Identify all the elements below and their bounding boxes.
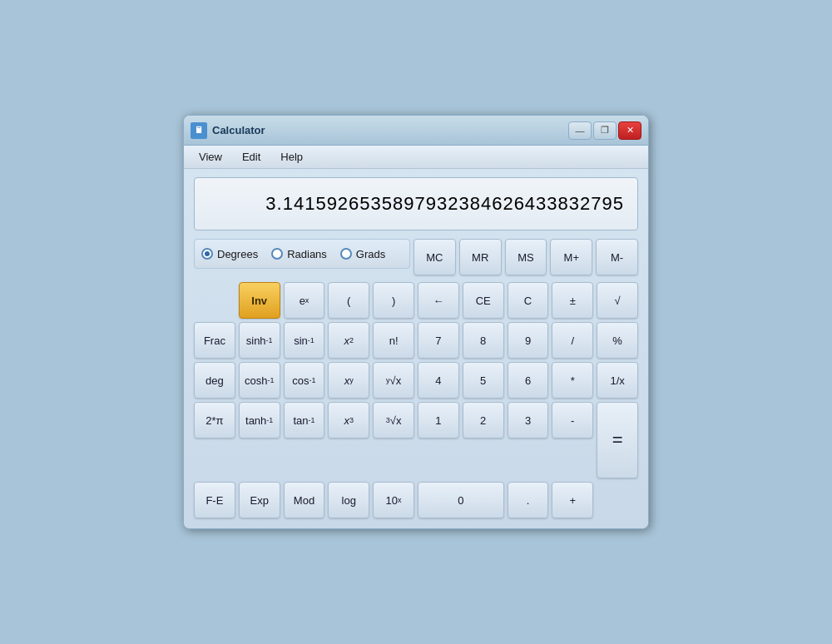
2-button[interactable]: 2 <box>463 402 504 438</box>
8-button[interactable]: 8 <box>463 322 504 359</box>
display-value: 3.1415926535897932384626433832795 <box>265 193 624 215</box>
sinh-inv-button[interactable]: sinh-1 <box>239 322 280 359</box>
percent-button[interactable]: % <box>597 322 638 359</box>
open-paren-button[interactable]: ( <box>328 282 369 319</box>
mplus-button[interactable]: M+ <box>550 239 592 275</box>
x3-button[interactable]: x3 <box>328 402 369 438</box>
yrootx-button[interactable]: y√x <box>373 362 414 399</box>
fe-button[interactable]: F-E <box>194 482 235 518</box>
mod-button[interactable]: Mod <box>284 482 325 518</box>
radians-option[interactable]: Radians <box>271 248 327 260</box>
button-row-3: deg cosh-1 cos-1 xy y√x 4 5 6 * 1/x <box>194 362 638 399</box>
menu-help[interactable]: Help <box>272 149 311 165</box>
angle-mode-group: Degrees Radians Grads <box>194 239 410 269</box>
ms-button[interactable]: MS <box>505 239 547 275</box>
subtract-button[interactable]: - <box>552 402 593 438</box>
9-button[interactable]: 9 <box>508 322 549 359</box>
multiply-button[interactable]: * <box>552 362 593 399</box>
cosh-inv-button[interactable]: cosh-1 <box>239 362 280 399</box>
calculator-window: 🖩 Calculator — ❐ ✕ View Edit Help 3.1415… <box>183 115 649 529</box>
deg-button[interactable]: deg <box>194 362 235 399</box>
grads-radio[interactable] <box>340 248 352 260</box>
maximize-button[interactable]: ❐ <box>593 121 617 140</box>
title-bar: 🖩 Calculator — ❐ ✕ <box>184 116 648 146</box>
menu-edit[interactable]: Edit <box>234 149 269 165</box>
equals-button[interactable]: = <box>597 402 638 478</box>
1-button[interactable]: 1 <box>418 402 459 438</box>
6-button[interactable]: 6 <box>508 362 549 399</box>
display: 3.1415926535897932384626433832795 <box>194 177 638 230</box>
backspace-button[interactable]: ← <box>418 282 459 319</box>
log-button[interactable]: log <box>328 482 369 518</box>
exp-button[interactable]: Exp <box>239 482 280 518</box>
minimize-button[interactable]: — <box>568 121 592 140</box>
dot-button[interactable]: . <box>508 482 549 518</box>
x2-button[interactable]: x2 <box>328 322 369 359</box>
cos-inv-button[interactable]: cos-1 <box>284 362 325 399</box>
tan-inv-button[interactable]: tan-1 <box>284 402 325 438</box>
empty-btn-1 <box>194 282 235 319</box>
degrees-radio[interactable] <box>201 248 213 260</box>
mr-button[interactable]: MR <box>459 239 502 275</box>
grads-option[interactable]: Grads <box>340 248 385 260</box>
sin-inv-button[interactable]: sin-1 <box>284 322 325 359</box>
calc-body: 3.1415926535897932384626433832795 Degree… <box>184 169 648 528</box>
xy-button[interactable]: xy <box>328 362 369 399</box>
reciprocal-button[interactable]: 1/x <box>597 362 638 399</box>
frac-button[interactable]: Frac <box>194 322 235 359</box>
add-button[interactable]: + <box>552 482 593 518</box>
3-button[interactable]: 3 <box>508 402 549 438</box>
window-controls: — ❐ ✕ <box>568 121 641 140</box>
radio-and-memory-row: Degrees Radians Grads MC MR MS M+ M- <box>194 239 638 275</box>
0-button[interactable]: 0 <box>418 482 504 518</box>
app-icon: 🖩 <box>191 122 207 139</box>
4-button[interactable]: 4 <box>418 362 459 399</box>
mminus-button[interactable]: M- <box>596 239 638 275</box>
button-row-4: 2*π tanh-1 tan-1 x3 3√x 1 2 3 - = <box>194 402 638 478</box>
mc-button[interactable]: MC <box>414 239 456 275</box>
radians-radio[interactable] <box>271 248 283 260</box>
3rootx-button[interactable]: 3√x <box>373 402 414 438</box>
button-row-1: Inv ex ( ) ← CE C ± √ <box>194 282 638 319</box>
ex-button[interactable]: ex <box>284 282 325 319</box>
10x-button[interactable]: 10x <box>373 482 414 518</box>
close-button[interactable]: ✕ <box>618 121 641 140</box>
degrees-option[interactable]: Degrees <box>201 248 258 260</box>
inv-button[interactable]: Inv <box>239 282 280 319</box>
menu-view[interactable]: View <box>191 149 230 165</box>
7-button[interactable]: 7 <box>418 322 459 359</box>
twopi-button[interactable]: 2*π <box>194 402 235 438</box>
sqrt-button[interactable]: √ <box>597 282 638 319</box>
close-paren-button[interactable]: ) <box>373 282 414 319</box>
window-title: Calculator <box>212 124 568 136</box>
5-button[interactable]: 5 <box>463 362 504 399</box>
nfact-button[interactable]: n! <box>373 322 414 359</box>
button-row-2: Frac sinh-1 sin-1 x2 n! 7 8 9 / % <box>194 322 638 359</box>
tanh-inv-button[interactable]: tanh-1 <box>239 402 280 438</box>
menu-bar: View Edit Help <box>184 146 648 169</box>
button-row-5: F-E Exp Mod log 10x 0 . + <box>194 482 638 518</box>
ce-button[interactable]: CE <box>463 282 504 319</box>
plusminus-button[interactable]: ± <box>552 282 593 319</box>
c-button[interactable]: C <box>508 282 549 319</box>
divide-button[interactable]: / <box>552 322 593 359</box>
